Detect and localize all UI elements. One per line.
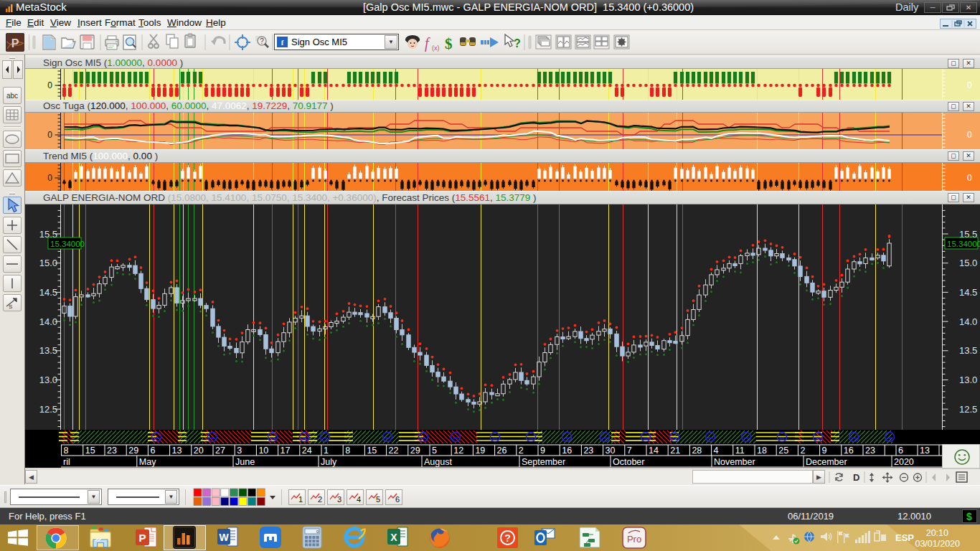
svg-text:13: 13 — [920, 446, 930, 456]
svg-text:f: f — [425, 35, 430, 52]
svg-text:28: 28 — [692, 446, 702, 456]
svg-text:15.34000: 15.34000 — [947, 240, 980, 248]
svg-text:22: 22 — [389, 446, 399, 456]
svg-text:W: W — [219, 532, 229, 543]
svg-text:12: 12 — [453, 446, 463, 456]
svg-text:September: September — [522, 457, 565, 467]
svg-text:Pro: Pro — [627, 534, 641, 545]
svg-text:8: 8 — [64, 446, 69, 456]
svg-text:14: 14 — [649, 446, 659, 456]
svg-text:$: $ — [445, 35, 453, 52]
svg-text:18: 18 — [757, 446, 767, 456]
svg-text:November: November — [714, 457, 755, 467]
svg-text:19: 19 — [475, 446, 485, 456]
svg-text:?: ? — [514, 37, 521, 50]
svg-text:16: 16 — [844, 446, 854, 456]
svg-text:2: 2 — [519, 446, 524, 456]
svg-text:26: 26 — [497, 446, 507, 456]
svg-text:16: 16 — [562, 446, 572, 456]
svg-text:6: 6 — [150, 446, 155, 456]
svg-text:29: 29 — [128, 446, 138, 456]
svg-text:2: 2 — [800, 446, 805, 456]
svg-text:June: June — [235, 457, 255, 467]
svg-text:29: 29 — [410, 446, 420, 456]
svg-text:S: S — [9, 303, 12, 310]
svg-text:23: 23 — [865, 446, 875, 456]
svg-text:27: 27 — [215, 446, 225, 456]
svg-text:July: July — [321, 457, 337, 467]
svg-text:9: 9 — [822, 446, 827, 456]
svg-text:25: 25 — [778, 446, 788, 456]
svg-text:7: 7 — [627, 446, 632, 456]
svg-text:P: P — [11, 37, 19, 50]
svg-text:15.0: 15.0 — [959, 258, 977, 268]
svg-text:1: 1 — [324, 446, 329, 456]
svg-text:August: August — [424, 457, 452, 467]
svg-text:23: 23 — [107, 446, 117, 456]
svg-text:15: 15 — [85, 446, 95, 456]
svg-text:f: f — [281, 38, 284, 47]
svg-text:03/01/2020: 03/01/2020 — [915, 539, 960, 549]
svg-text:X: X — [390, 532, 397, 543]
svg-text:0: 0 — [47, 173, 52, 183]
svg-text:P: P — [138, 532, 146, 544]
svg-text:30: 30 — [606, 446, 616, 456]
svg-text:15.0: 15.0 — [39, 258, 57, 268]
svg-text:10: 10 — [258, 446, 268, 456]
svg-text:0: 0 — [47, 130, 52, 140]
svg-text:(x): (x) — [432, 44, 440, 52]
svg-text:3: 3 — [237, 446, 242, 456]
svg-text:20:10: 20:10 — [926, 528, 948, 538]
svg-text:0: 0 — [967, 130, 972, 140]
svg-text:5: 5 — [376, 495, 380, 504]
svg-text:9: 9 — [540, 446, 545, 456]
svg-text:ril: ril — [63, 457, 70, 467]
svg-text:14.5: 14.5 — [959, 287, 977, 298]
svg-text:0: 0 — [47, 80, 52, 90]
svg-text:21: 21 — [670, 446, 680, 456]
svg-text:17: 17 — [281, 446, 291, 456]
svg-text:12.5: 12.5 — [39, 404, 57, 415]
svg-text:December: December — [806, 457, 847, 467]
svg-text:2020: 2020 — [894, 457, 914, 467]
svg-text:October: October — [613, 457, 644, 467]
svg-text:5: 5 — [432, 446, 437, 456]
svg-text:15.34000: 15.34000 — [50, 240, 85, 248]
svg-text:3: 3 — [337, 495, 341, 504]
svg-text:13.5: 13.5 — [959, 345, 977, 356]
svg-text:14.0: 14.0 — [39, 316, 57, 327]
svg-text:13: 13 — [172, 446, 182, 456]
svg-text:13.0: 13.0 — [39, 375, 57, 385]
svg-text:14.0: 14.0 — [959, 316, 977, 327]
svg-text:12.5: 12.5 — [959, 404, 977, 415]
svg-text:4: 4 — [714, 446, 719, 456]
svg-text:11: 11 — [735, 446, 745, 456]
svg-text:13.5: 13.5 — [39, 345, 57, 356]
svg-text:8: 8 — [345, 446, 350, 456]
svg-text:?: ? — [260, 37, 264, 45]
svg-text:13.0: 13.0 — [959, 375, 977, 385]
svg-text:4: 4 — [357, 495, 361, 504]
svg-text:24: 24 — [302, 446, 312, 456]
svg-text:abc: abc — [6, 92, 18, 100]
svg-text:6: 6 — [395, 495, 400, 504]
svg-text:14.5: 14.5 — [39, 287, 57, 298]
svg-text:0: 0 — [967, 173, 972, 183]
svg-text:1: 1 — [298, 495, 303, 504]
svg-text:0: 0 — [967, 80, 972, 90]
svg-text:May: May — [139, 457, 156, 467]
svg-text:?: ? — [504, 532, 511, 544]
svg-text:D: D — [853, 472, 859, 483]
svg-text:23: 23 — [583, 446, 593, 456]
svg-text:2: 2 — [318, 495, 322, 504]
svg-text:15: 15 — [367, 446, 377, 456]
svg-text:20: 20 — [194, 446, 204, 456]
svg-text:6: 6 — [898, 446, 903, 456]
svg-text:ESP: ESP — [895, 532, 914, 543]
